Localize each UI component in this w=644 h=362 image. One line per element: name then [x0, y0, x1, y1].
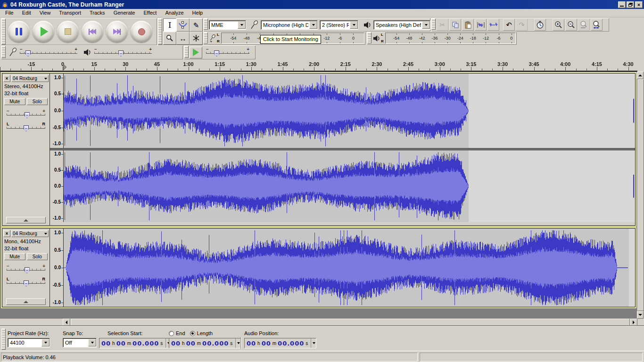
track-collapse-button[interactable]	[6, 298, 46, 305]
mixer-toolbar-grabber[interactable]	[1, 46, 6, 58]
dropdown-icon[interactable]	[238, 21, 246, 29]
recording-volume-slider[interactable]: −+	[20, 47, 77, 58]
scroll-left-button[interactable]	[63, 319, 70, 326]
zoom-tool-button[interactable]	[163, 32, 176, 45]
paste-button[interactable]	[462, 19, 474, 31]
solo-button[interactable]: Solo	[27, 98, 48, 105]
selection-length-field[interactable]: 00h00m00.000s	[169, 338, 241, 348]
playback-meter[interactable]: -54-48-42-36-30-24-18-12-60	[385, 33, 516, 44]
track-pan-thumb[interactable]	[24, 280, 29, 287]
recording-channels-select[interactable]: 2 (Stereo) Rе	[320, 20, 358, 30]
stop-button[interactable]	[57, 21, 79, 42]
silence-button[interactable]	[487, 19, 499, 31]
audio-host-select[interactable]: MME	[209, 20, 246, 30]
track-pan-slider[interactable]: LR	[7, 277, 45, 288]
edit-toolbar-grabber[interactable]	[431, 18, 436, 30]
menu-edit[interactable]: Edit	[18, 9, 35, 17]
close-button[interactable]: ×	[635, 1, 643, 8]
track-title-menu[interactable]: 04 Roxburg	[11, 75, 49, 82]
draw-tool-button[interactable]: ✎	[190, 18, 203, 32]
horizontal-scrollbar[interactable]	[0, 319, 644, 326]
skip-start-button[interactable]	[82, 21, 103, 42]
playback-device-select[interactable]: Speakers (High Defini	[373, 20, 430, 30]
scroll-down-button[interactable]	[637, 311, 644, 319]
recording-meter-grabber[interactable]	[204, 32, 208, 43]
length-radio[interactable]	[190, 331, 195, 336]
playback-volume-thumb[interactable]	[118, 50, 124, 57]
audio-position-field[interactable]: 00h00m00.000s	[244, 338, 316, 348]
menu-generate[interactable]: Generate	[109, 9, 140, 17]
pause-button[interactable]	[8, 21, 30, 42]
menu-transport[interactable]: Transport	[55, 9, 85, 17]
track-title-menu[interactable]: 04 Roxburg	[11, 230, 49, 237]
waveform-stereo-left[interactable]	[64, 74, 635, 148]
track-gain-thumb[interactable]	[25, 112, 30, 118]
play-at-speed-button[interactable]	[190, 47, 202, 58]
mute-button[interactable]: Mute	[4, 253, 25, 260]
menu-file[interactable]: File	[1, 9, 18, 17]
minimize-button[interactable]	[618, 1, 626, 8]
waveform-mono[interactable]	[64, 229, 635, 307]
track-gain-slider[interactable]: −+	[7, 264, 45, 274]
time-format-dropdown[interactable]	[311, 338, 315, 348]
mute-button[interactable]: Mute	[4, 98, 25, 105]
restore-button[interactable]	[627, 1, 634, 8]
selection-tool-button[interactable]: I	[163, 18, 176, 32]
recording-volume-thumb[interactable]	[25, 50, 31, 57]
selection-toolbar-grabber[interactable]	[1, 329, 6, 350]
menu-view[interactable]: View	[35, 9, 55, 17]
play-speed-slider[interactable]: −+	[206, 47, 249, 58]
track-collapse-button[interactable]	[6, 217, 46, 223]
track-close-button[interactable]: ×	[3, 75, 10, 82]
menu-analyze[interactable]: Analyze	[161, 9, 188, 17]
dropdown-icon[interactable]	[422, 21, 430, 29]
dropdown-icon[interactable]	[88, 339, 96, 346]
menu-help[interactable]: Help	[188, 9, 207, 17]
end-radio[interactable]	[169, 331, 174, 336]
track-close-button[interactable]: ×	[3, 230, 10, 237]
playback-meter-grabber[interactable]	[367, 32, 372, 43]
dropdown-icon[interactable]	[309, 21, 317, 29]
scroll-right-button[interactable]	[630, 319, 637, 326]
timeshift-tool-button[interactable]: ↔	[176, 32, 190, 45]
multi-tool-button[interactable]	[190, 32, 203, 45]
device-toolbar-grabber[interactable]	[204, 18, 208, 30]
dropdown-icon[interactable]	[41, 339, 50, 346]
vertical-scroll-thumb[interactable]	[637, 79, 644, 311]
track-gain-slider[interactable]: −+	[7, 109, 45, 119]
waveform-stereo-right[interactable]	[64, 150, 635, 222]
snap-to-select[interactable]: Off	[63, 338, 97, 347]
play-button[interactable]	[33, 21, 54, 42]
record-button[interactable]	[131, 21, 152, 42]
transcription-toolbar-grabber[interactable]	[184, 46, 189, 58]
copy-button[interactable]	[449, 19, 461, 31]
timer-button[interactable]	[534, 19, 546, 31]
tools-toolbar-grabber[interactable]	[158, 18, 162, 45]
play-speed-thumb[interactable]	[214, 50, 219, 57]
vertical-scrollbar[interactable]	[637, 72, 644, 319]
envelope-tool-button[interactable]	[176, 18, 190, 32]
solo-button[interactable]: Solo	[27, 253, 48, 260]
transport-toolbar-grabber[interactable]	[1, 18, 6, 45]
menu-effect[interactable]: Effect	[140, 9, 161, 17]
recording-device-select[interactable]: Microphone (High Def	[261, 20, 318, 30]
selection-start-field[interactable]: 00h00m00.000s	[99, 338, 171, 348]
redo-button[interactable]: ↷	[516, 19, 528, 31]
zoom-fit-button[interactable]	[591, 19, 603, 31]
zoom-out-button[interactable]	[565, 19, 577, 31]
time-format-dropdown[interactable]	[235, 338, 240, 348]
dropdown-icon[interactable]	[350, 21, 358, 29]
track-pan-slider[interactable]: LR	[7, 122, 45, 132]
title-bar[interactable]: 04 Roxburgh Castle, The Durham Ranger ×	[0, 0, 644, 9]
track-pan-thumb[interactable]	[24, 125, 29, 132]
skip-end-button[interactable]	[106, 21, 128, 42]
horizontal-scroll-thumb[interactable]	[71, 319, 630, 326]
project-rate-select[interactable]: 44100	[8, 338, 50, 347]
scroll-up-button[interactable]	[637, 72, 644, 79]
zoom-selection-button[interactable]	[578, 19, 590, 31]
zoom-in-button[interactable]	[553, 19, 564, 31]
playback-volume-slider[interactable]: −+	[94, 47, 152, 58]
track-gain-thumb[interactable]	[25, 267, 30, 273]
cut-button[interactable]: ✂	[437, 19, 448, 31]
trim-button[interactable]	[475, 19, 487, 31]
